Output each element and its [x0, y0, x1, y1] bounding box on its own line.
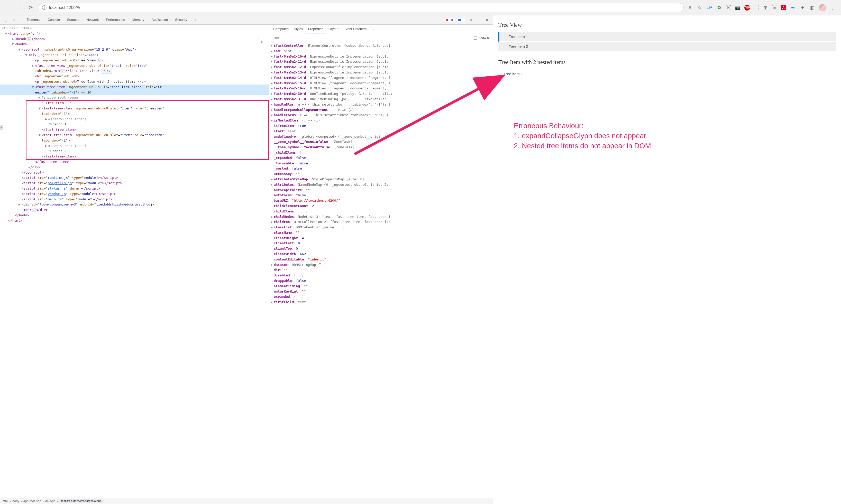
property-row[interactable]: ▶fast-8mm5n2-30-d: OneTimeBinding {polic…: [271, 91, 491, 96]
dom-line[interactable]: ▼<html lang="en">: [0, 31, 269, 36]
property-row[interactable]: autocapitalize: "": [271, 187, 491, 193]
property-row[interactable]: ▶handleBlur: e => { this.setAttribu tabi…: [271, 102, 491, 107]
bookmark-star-icon[interactable]: ☆: [697, 5, 703, 11]
property-row[interactable]: expanded: (...): [271, 294, 491, 300]
sidebar-tab-event-listeners[interactable]: Event Listeners: [341, 25, 369, 33]
more-tabs-icon[interactable]: »: [192, 16, 199, 24]
property-row[interactable]: ▶classList: DOMTokenList [value: '']: [271, 225, 491, 230]
profile-avatar[interactable]: [819, 4, 826, 11]
tree-item-alone[interactable]: Tree item 1: [498, 69, 836, 78]
property-row[interactable]: _nested: false: [271, 166, 491, 171]
property-row[interactable]: elementTiming: "": [271, 284, 491, 289]
dom-line[interactable]: ▶<div id="loom-companion-mv3" ext-id="li…: [0, 202, 269, 207]
accessibility-icon[interactable]: ☺: [258, 38, 266, 46]
gutter-dots-icon[interactable]: ⋯: [0, 125, 3, 130]
dom-line[interactable]: eeitem" tabindex="-1"> == $0: [0, 90, 269, 95]
dom-line[interactable]: <p _ngcontent-ubl-c0>Tree Item with 2 ne…: [0, 79, 269, 85]
property-row[interactable]: ▶fast-8mm5n2-11-d: ExpressionNotifierImp…: [271, 59, 491, 65]
error-count-badge[interactable]: 10: [444, 18, 455, 22]
property-row[interactable]: ▶firstChild: text: [271, 300, 491, 305]
address-bar[interactable]: ⓘ localhost:4200/#/: [38, 3, 684, 12]
dom-line[interactable]: tabindex="-1">: [0, 138, 269, 143]
devtools-tab-console[interactable]: Console: [44, 16, 64, 24]
dom-line[interactable]: "Branch 2": [0, 148, 269, 154]
breadcrumb-segment[interactable]: body: [13, 499, 19, 503]
property-row[interactable]: autofocus: false: [271, 193, 491, 198]
ext-recycle-icon[interactable]: ♻: [716, 5, 722, 11]
devtools-tab-security[interactable]: Security: [172, 16, 191, 24]
property-row[interactable]: contentEditable: "inherit": [271, 257, 491, 262]
property-row[interactable]: __zone_symbol__focusoutfalse: [ZoneTask]: [271, 145, 491, 150]
more-sidebar-tabs-icon[interactable]: »: [370, 26, 377, 33]
property-row[interactable]: __zone_symbol__focusinfalse: [ZoneTask]: [271, 139, 491, 145]
devtools-tab-network[interactable]: Network: [83, 16, 103, 24]
property-row[interactable]: _focusable: false: [271, 161, 491, 166]
property-row[interactable]: start: slot: [271, 129, 491, 134]
dom-line[interactable]: ▶<fast-tree-view _ngcontent-ubl-c0 id="t…: [0, 63, 269, 69]
close-devtools-icon[interactable]: ✕: [484, 16, 491, 24]
ext-blank-icon[interactable]: [754, 5, 759, 10]
sidepanel-icon[interactable]: ◧: [809, 5, 815, 11]
property-row[interactable]: ▶handleExpandCollapseButtonC : e => {…}: [271, 107, 491, 113]
property-row[interactable]: ▶fast-8mm5n2-12-d: ExpressionNotifierImp…: [271, 65, 491, 70]
dom-line[interactable]: </fast-tree-item>: [0, 127, 269, 132]
breadcrumb-segment[interactable]: fast-tree-item#tree-item-alone: [59, 499, 103, 503]
dom-line[interactable]: ▶#shadow-root (open): [0, 116, 269, 122]
property-row[interactable]: ▶handleFocus: e => his.setAttribute("tab…: [271, 112, 491, 118]
properties-filter-input[interactable]: [272, 36, 471, 40]
property-row[interactable]: ▶end: slot: [271, 49, 491, 54]
property-row[interactable]: clientTop: 0: [271, 246, 491, 251]
devtools-tab-memory[interactable]: Memory: [129, 16, 148, 24]
property-row[interactable]: _childItems: []: [271, 150, 491, 156]
share-icon[interactable]: ⇪: [687, 5, 693, 11]
elements-dom-tree[interactable]: ☺ ⋯ <!DOCTYPE html> ▼<html lang="en">▶<h…: [0, 25, 269, 498]
property-row[interactable]: disabled: (...): [271, 273, 491, 278]
property-row[interactable]: ▶fast-8mm5n2-15-d: HTMLView {fragment: d…: [271, 81, 491, 86]
device-toggle-icon[interactable]: ▭: [10, 16, 17, 24]
property-row[interactable]: draggable: false: [271, 278, 491, 284]
property-row[interactable]: clientHeight: 41: [271, 236, 491, 241]
property-row[interactable]: ▶fast-8mm5n2-10-d: ExpressionNotifierImp…: [271, 54, 491, 59]
property-row[interactable]: ▶$fastController: ElementController {sub…: [271, 43, 491, 49]
property-row[interactable]: clientLeft: 0: [271, 241, 491, 246]
property-row[interactable]: ▶attributeStyleMap: StylePropertyMap {si…: [271, 177, 491, 182]
dom-line[interactable]: </html>: [0, 218, 269, 223]
property-row[interactable]: ▶attributes: NamedNodeMap {0: _ngcontent…: [271, 182, 491, 187]
property-row[interactable]: className: "": [271, 230, 491, 236]
ext-notion-icon[interactable]: N: [726, 5, 731, 10]
dom-line[interactable]: ▼<body>: [0, 42, 269, 47]
sidebar-tab-computed[interactable]: Computed: [271, 25, 291, 33]
ext-camera-icon[interactable]: 📷: [735, 5, 741, 11]
dom-line[interactable]: </app-root>: [0, 170, 269, 176]
property-row[interactable]: isTreeItem: true: [271, 123, 491, 129]
elements-breadcrumb[interactable]: html›body›app-root.App›div.App›fast-tree…: [0, 498, 493, 504]
dom-line[interactable]: </div>: [0, 165, 269, 170]
ext-rx-icon[interactable]: Rx: [772, 5, 777, 10]
dom-line[interactable]: ▼<app-root _nghost-ubl-c0 ng-version="15…: [0, 47, 269, 52]
ext-1password-icon[interactable]: 1P: [706, 5, 713, 11]
inspect-element-icon[interactable]: ⬚: [2, 16, 9, 24]
settings-gear-icon[interactable]: ⚙: [467, 16, 474, 24]
dom-line[interactable]: </fast-tree-item>: [0, 159, 269, 165]
dom-line[interactable]: tabindex="0">⋯</fast-tree-view> flex: [0, 68, 269, 74]
dom-line[interactable]: tabindex="-1">: [0, 111, 269, 116]
chrome-menu-icon[interactable]: ⋮: [830, 5, 836, 11]
dom-line[interactable]: ▶#shadow-root (open): [0, 143, 269, 149]
dom-line[interactable]: <hr _ngcontent-ubl-c0>: [0, 74, 269, 79]
sidebar-tab-styles[interactable]: Styles: [291, 25, 305, 33]
property-row[interactable]: ▶dataset: DOMStringMap {}: [271, 262, 491, 268]
doctype-line[interactable]: <!DOCTYPE html>: [0, 26, 269, 31]
dom-line[interactable]: <script src="vendor.js" type="module"></…: [0, 191, 269, 197]
property-row[interactable]: enterKeyHint: "": [271, 289, 491, 294]
dom-line[interactable]: "Branch 1": [0, 122, 269, 127]
property-row[interactable]: dir: "": [271, 267, 491, 273]
property-row[interactable]: childElementCount: 2: [271, 203, 491, 209]
dom-line[interactable]: ▶<head>⋯</head>: [0, 36, 269, 42]
property-row[interactable]: _expanded: false: [271, 156, 491, 161]
property-row[interactable]: ▶fast-8mm5n2-31-d: OneTimeBinding {po …,…: [271, 96, 491, 102]
forward-button[interactable]: →: [14, 3, 23, 12]
extensions-puzzle-icon[interactable]: ✦: [799, 5, 806, 11]
dom-line[interactable]: </fast-tree-item>: [0, 154, 269, 159]
dom-line[interactable]: <p _ngcontent-ubl-c0>Tree View</p>: [0, 58, 269, 63]
ext-snowflake-icon[interactable]: ✳: [790, 5, 796, 11]
